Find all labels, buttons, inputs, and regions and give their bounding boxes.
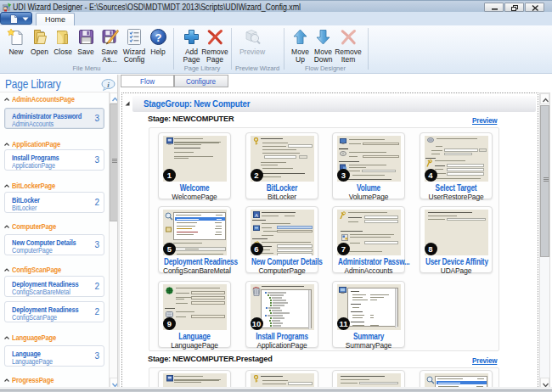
svg-text:?: ?	[155, 31, 161, 44]
svg-text:A: A	[254, 213, 257, 218]
